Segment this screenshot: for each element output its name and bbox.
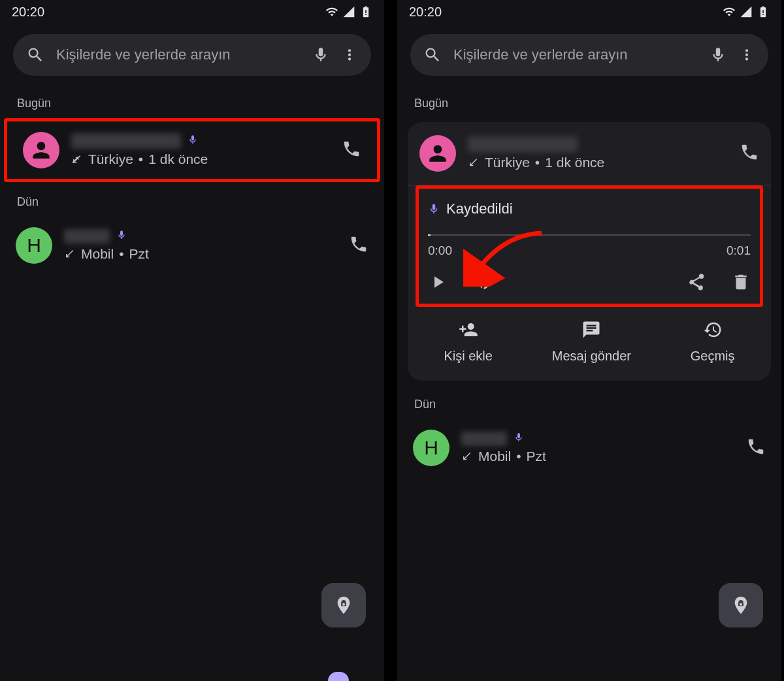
time-end: 0:01 (727, 244, 751, 258)
avatar-pink[interactable] (23, 132, 59, 168)
play-icon[interactable] (428, 272, 448, 292)
call-type: Mobil (81, 246, 114, 262)
expanded-call-card: Türkiye • 1 dk önce Kaydedildi 0:00 0:01 (408, 122, 771, 381)
recorded-indicator-icon (188, 135, 198, 148)
person-icon (29, 138, 54, 163)
blurred-contact-name (64, 229, 110, 244)
contacts-fab[interactable] (321, 583, 366, 627)
phone-icon (740, 142, 759, 162)
actions-row: Kişi ekle Mesaj gönder Geçmiş (408, 307, 771, 381)
mic-icon[interactable] (710, 46, 727, 63)
signal-icon (740, 5, 753, 18)
blurred-contact-name (461, 432, 507, 446)
phone-icon (349, 234, 368, 254)
signal-icon (342, 5, 355, 18)
battery-icon (359, 5, 372, 18)
right-phone: 20:20 Kişilerde ve yerlerde arayın Bugün (397, 0, 781, 681)
incoming-arrow-icon (461, 451, 473, 462)
wifi-icon (325, 5, 338, 18)
call-ago: 1 dk önce (148, 151, 208, 167)
search-icon (26, 46, 44, 64)
add-contact-label: Kişi ekle (444, 349, 492, 364)
recording-title: Kaydedildi (446, 200, 513, 217)
add-contact-button[interactable]: Kişi ekle (444, 320, 492, 364)
incoming-arrow-icon (71, 153, 83, 165)
left-phone: 20:20 Kişilerde ve yerlerde arayın Bugün (0, 0, 384, 681)
share-icon[interactable] (687, 272, 706, 292)
call-info: Türkiye • 1 dk önce (71, 133, 330, 167)
call-day: Pzt (527, 449, 546, 464)
call-button[interactable] (746, 437, 766, 459)
phone-icon (746, 437, 766, 456)
call-button[interactable] (349, 234, 368, 257)
call-type: Mobil (478, 449, 511, 464)
search-placeholder: Kişilerde ve yerlerde arayın (56, 46, 301, 63)
person-add-icon (459, 320, 478, 340)
call-row-green[interactable]: H Mobil • Pzt (0, 217, 384, 274)
call-info: Mobil • Pzt (64, 229, 337, 262)
sep: • (139, 151, 143, 167)
svg-point-1 (342, 603, 345, 606)
mic-small-icon (428, 203, 440, 215)
contacts-icon (333, 595, 354, 616)
status-time: 20:20 (409, 5, 442, 20)
search-placeholder: Kişilerde ve yerlerde arayın (453, 46, 698, 63)
call-location: Türkiye (485, 155, 530, 170)
section-today: Bugün (0, 90, 384, 118)
incoming-arrow-icon (64, 248, 76, 260)
call-button[interactable] (740, 142, 759, 165)
call-row-pink[interactable]: Türkiye • 1 dk önce (7, 121, 377, 179)
send-message-label: Mesaj gönder (552, 349, 631, 364)
svg-point-3 (740, 603, 742, 606)
call-row-green[interactable]: H Mobil • Pzt (397, 419, 781, 477)
mic-icon[interactable] (312, 46, 329, 63)
person-icon (425, 141, 450, 166)
send-message-button[interactable]: Mesaj gönder (552, 320, 631, 364)
avatar-green[interactable]: H (413, 430, 449, 466)
section-yesterday: Dün (0, 182, 384, 217)
call-location: Türkiye (88, 151, 133, 167)
status-time: 20:20 (12, 5, 44, 20)
status-bar: 20:20 (397, 0, 781, 24)
call-info: Türkiye • 1 dk önce (468, 136, 728, 170)
time-start: 0:00 (428, 244, 452, 258)
avatar-pink[interactable] (419, 135, 456, 172)
recording-title-row: Kaydedildi (428, 200, 751, 217)
contacts-fab[interactable] (719, 583, 763, 627)
status-icons (723, 5, 770, 18)
call-ago: 1 dk önce (545, 155, 604, 170)
more-icon[interactable] (341, 46, 358, 63)
battery-icon (757, 5, 770, 18)
avatar-green[interactable]: H (16, 227, 52, 264)
call-row-pink[interactable]: Türkiye • 1 dk önce (408, 122, 771, 185)
hint-pill (328, 672, 349, 681)
more-icon[interactable] (738, 46, 755, 63)
call-button[interactable] (342, 139, 361, 161)
history-button[interactable]: Geçmiş (691, 320, 735, 364)
avatar-letter: H (27, 234, 41, 257)
player-controls (428, 272, 751, 292)
time-row: 0:00 0:01 (428, 244, 751, 258)
call-info: Mobil • Pzt (461, 432, 734, 464)
status-icons (325, 5, 372, 18)
search-bar[interactable]: Kişilerde ve yerlerde arayın (410, 34, 768, 76)
highlight-recording-section: Kaydedildi 0:00 0:01 (416, 185, 763, 307)
delete-icon[interactable] (731, 272, 751, 292)
sep: • (119, 246, 123, 262)
blurred-contact-name (71, 133, 181, 149)
search-bar[interactable]: Kişilerde ve yerlerde arayın (13, 34, 371, 76)
speaker-icon[interactable] (472, 272, 492, 292)
sep: • (516, 449, 521, 464)
avatar-letter: H (424, 437, 438, 459)
section-yesterday: Dün (397, 381, 781, 419)
status-bar: 20:20 (0, 0, 384, 24)
message-icon (581, 320, 601, 340)
sep: • (535, 155, 540, 170)
recorded-indicator-icon (514, 432, 524, 445)
blurred-contact-name (468, 136, 578, 152)
progress-bar[interactable] (428, 234, 751, 236)
incoming-arrow-icon (468, 157, 480, 168)
call-day: Pzt (129, 246, 149, 262)
highlight-call-row: Türkiye • 1 dk önce (4, 118, 380, 182)
history-label: Geçmiş (691, 349, 735, 364)
